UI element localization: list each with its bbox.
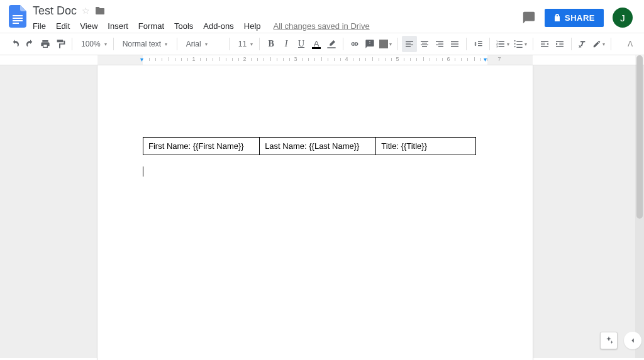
- document-title[interactable]: Test Doc: [33, 4, 77, 18]
- share-button[interactable]: SHARE: [545, 9, 604, 27]
- hide-menus-button[interactable]: ᐱ: [624, 40, 636, 48]
- horizontal-ruler[interactable]: ▾ ▾ 1234567: [0, 55, 644, 65]
- menu-view[interactable]: View: [75, 20, 103, 32]
- line-spacing-button[interactable]: [470, 36, 486, 52]
- toolbar: 100%▾ Normal text▾ Arial▾ 11▾ B I U A ▾ …: [0, 33, 644, 55]
- svg-rect-3: [13, 23, 19, 24]
- table-cell[interactable]: Last Name: {{Last Name}}: [260, 138, 376, 155]
- insert-link-button[interactable]: [347, 36, 362, 52]
- menu-tools[interactable]: Tools: [169, 20, 198, 32]
- menu-format[interactable]: Format: [133, 20, 169, 32]
- comment-history-icon[interactable]: [522, 11, 536, 25]
- document-table[interactable]: First Name: {{First Name}} Last Name: {{…: [143, 137, 476, 155]
- svg-rect-2: [13, 20, 23, 21]
- lock-icon: [553, 13, 561, 22]
- numbered-list-button[interactable]: ▾: [494, 36, 511, 52]
- vertical-scrollbar[interactable]: [635, 55, 644, 358]
- insert-image-button[interactable]: ▾: [377, 36, 394, 52]
- menu-edit[interactable]: Edit: [51, 20, 75, 32]
- left-indent-marker[interactable]: ▾: [140, 56, 143, 63]
- align-right-button[interactable]: [432, 36, 447, 52]
- editor-canvas: ▾ ▾ 1234567 First Name: {{First Name}} L…: [0, 55, 644, 358]
- editing-mode-button[interactable]: ▾: [591, 36, 607, 52]
- docs-logo[interactable]: [5, 4, 30, 29]
- redo-button[interactable]: [23, 36, 38, 52]
- paragraph-style-select[interactable]: Normal text▾: [118, 36, 173, 52]
- share-label: SHARE: [565, 13, 595, 23]
- menu-insert[interactable]: Insert: [103, 20, 133, 32]
- table-cell[interactable]: Title: {{Title}}: [376, 138, 476, 155]
- text-color-button[interactable]: A: [309, 36, 324, 52]
- save-status[interactable]: All changes saved in Drive: [274, 21, 370, 31]
- zoom-select[interactable]: 100%▾: [76, 36, 109, 52]
- font-size-select[interactable]: 11▾: [233, 36, 255, 52]
- menu-help[interactable]: Help: [239, 20, 266, 32]
- menu-file[interactable]: File: [33, 20, 51, 32]
- svg-rect-1: [13, 18, 23, 19]
- explore-button[interactable]: [600, 332, 618, 349]
- account-avatar[interactable]: J: [613, 8, 633, 28]
- align-left-button[interactable]: [402, 36, 417, 52]
- svg-rect-0: [13, 15, 23, 16]
- align-center-button[interactable]: [417, 36, 432, 52]
- table-row[interactable]: First Name: {{First Name}} Last Name: {{…: [143, 138, 476, 155]
- star-icon[interactable]: ☆: [82, 6, 90, 16]
- bulleted-list-button[interactable]: ▾: [511, 36, 529, 52]
- italic-button[interactable]: I: [279, 36, 294, 52]
- menu-bar: File Edit View Insert Format Tools Add-o…: [33, 19, 522, 33]
- indent-increase-button[interactable]: [552, 36, 567, 52]
- insert-comment-button[interactable]: [362, 36, 377, 52]
- paint-format-button[interactable]: [53, 36, 68, 52]
- document-page[interactable]: First Name: {{First Name}} Last Name: {{…: [97, 65, 533, 360]
- underline-button[interactable]: U: [294, 36, 309, 52]
- bold-button[interactable]: B: [264, 36, 279, 52]
- scrollbar-thumb[interactable]: [636, 55, 643, 219]
- folder-icon[interactable]: [95, 6, 105, 15]
- undo-button[interactable]: [8, 36, 23, 52]
- menu-addons[interactable]: Add-ons: [198, 20, 238, 32]
- indent-decrease-button[interactable]: [537, 36, 552, 52]
- side-panel-toggle[interactable]: [624, 332, 641, 349]
- highlight-color-button[interactable]: [324, 36, 339, 52]
- table-cell[interactable]: First Name: {{First Name}}: [143, 138, 260, 155]
- font-family-select[interactable]: Arial▾: [181, 36, 225, 52]
- print-button[interactable]: [38, 36, 53, 52]
- align-justify-button[interactable]: [447, 36, 462, 52]
- text-cursor: [143, 166, 143, 177]
- clear-formatting-button[interactable]: [575, 36, 591, 52]
